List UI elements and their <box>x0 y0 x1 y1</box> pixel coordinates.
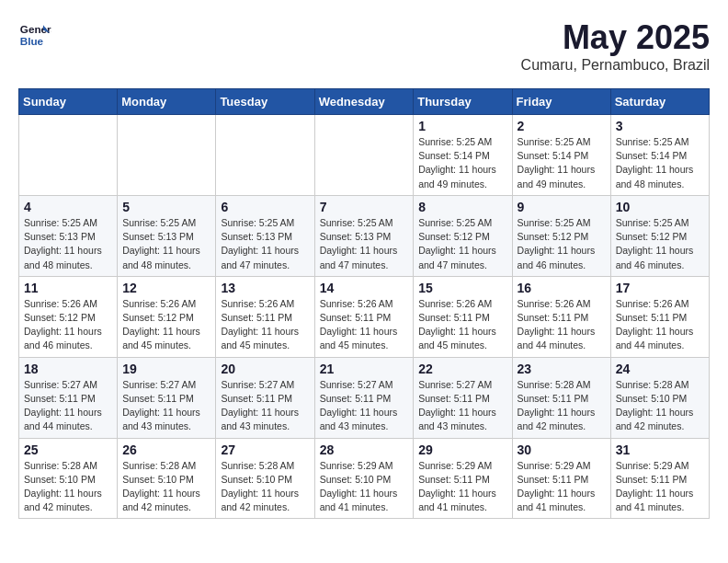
day-info: Sunrise: 5:29 AM Sunset: 5:10 PM Dayligh… <box>320 459 409 515</box>
logo: General Blue <box>18 18 51 52</box>
svg-text:Blue: Blue <box>20 35 44 47</box>
day-info: Sunrise: 5:26 AM Sunset: 5:11 PM Dayligh… <box>418 297 506 353</box>
day-info: Sunrise: 5:25 AM Sunset: 5:13 PM Dayligh… <box>320 216 409 272</box>
calendar-day-cell: 20Sunrise: 5:27 AM Sunset: 5:11 PM Dayli… <box>216 357 314 438</box>
day-of-week-header: Friday <box>512 89 610 115</box>
calendar-day-cell: 10Sunrise: 5:25 AM Sunset: 5:12 PM Dayli… <box>610 195 709 276</box>
calendar-day-cell: 31Sunrise: 5:29 AM Sunset: 5:11 PM Dayli… <box>610 438 709 519</box>
day-info: Sunrise: 5:28 AM Sunset: 5:10 PM Dayligh… <box>24 459 112 515</box>
day-number: 17 <box>616 281 704 295</box>
day-info: Sunrise: 5:25 AM Sunset: 5:13 PM Dayligh… <box>221 216 309 272</box>
svg-text:General: General <box>20 23 51 35</box>
calendar-day-cell: 25Sunrise: 5:28 AM Sunset: 5:10 PM Dayli… <box>19 438 118 519</box>
day-info: Sunrise: 5:29 AM Sunset: 5:11 PM Dayligh… <box>518 459 606 515</box>
day-info: Sunrise: 5:28 AM Sunset: 5:10 PM Dayligh… <box>616 378 704 434</box>
day-number: 10 <box>616 200 704 214</box>
calendar-day-cell: 8Sunrise: 5:25 AM Sunset: 5:12 PM Daylig… <box>414 195 512 276</box>
day-info: Sunrise: 5:29 AM Sunset: 5:11 PM Dayligh… <box>418 459 506 515</box>
day-number: 24 <box>616 362 704 376</box>
day-number: 15 <box>418 281 506 295</box>
calendar-day-cell: 16Sunrise: 5:26 AM Sunset: 5:11 PM Dayli… <box>512 276 610 357</box>
day-number: 9 <box>518 200 606 214</box>
day-number: 25 <box>24 442 112 457</box>
calendar-day-cell: 15Sunrise: 5:26 AM Sunset: 5:11 PM Dayli… <box>414 276 512 357</box>
calendar-table: SundayMondayTuesdayWednesdayThursdayFrid… <box>18 88 710 519</box>
day-info: Sunrise: 5:26 AM Sunset: 5:12 PM Dayligh… <box>122 297 210 353</box>
calendar-week-row: 18Sunrise: 5:27 AM Sunset: 5:11 PM Dayli… <box>19 357 710 438</box>
day-number: 11 <box>24 281 112 295</box>
day-info: Sunrise: 5:27 AM Sunset: 5:11 PM Dayligh… <box>24 378 112 434</box>
day-number: 14 <box>320 281 409 295</box>
calendar-day-cell: 12Sunrise: 5:26 AM Sunset: 5:12 PM Dayli… <box>118 276 216 357</box>
day-info: Sunrise: 5:27 AM Sunset: 5:11 PM Dayligh… <box>122 378 210 434</box>
day-number: 31 <box>616 442 704 457</box>
day-info: Sunrise: 5:26 AM Sunset: 5:12 PM Dayligh… <box>24 297 112 353</box>
calendar-day-cell: 18Sunrise: 5:27 AM Sunset: 5:11 PM Dayli… <box>19 357 118 438</box>
day-info: Sunrise: 5:28 AM Sunset: 5:10 PM Dayligh… <box>221 459 309 515</box>
day-info: Sunrise: 5:27 AM Sunset: 5:11 PM Dayligh… <box>221 378 309 434</box>
day-of-week-header: Saturday <box>610 89 709 115</box>
calendar-day-cell: 9Sunrise: 5:25 AM Sunset: 5:12 PM Daylig… <box>512 195 610 276</box>
calendar-day-cell: 11Sunrise: 5:26 AM Sunset: 5:12 PM Dayli… <box>19 276 118 357</box>
calendar-day-cell: 7Sunrise: 5:25 AM Sunset: 5:13 PM Daylig… <box>314 195 414 276</box>
calendar-day-cell: 19Sunrise: 5:27 AM Sunset: 5:11 PM Dayli… <box>118 357 216 438</box>
day-info: Sunrise: 5:25 AM Sunset: 5:12 PM Dayligh… <box>418 216 506 272</box>
day-info: Sunrise: 5:25 AM Sunset: 5:13 PM Dayligh… <box>122 216 210 272</box>
calendar-week-row: 1Sunrise: 5:25 AM Sunset: 5:14 PM Daylig… <box>19 115 710 196</box>
day-info: Sunrise: 5:25 AM Sunset: 5:14 PM Dayligh… <box>518 135 606 191</box>
day-info: Sunrise: 5:26 AM Sunset: 5:11 PM Dayligh… <box>221 297 309 353</box>
title-block: May 2025 Cumaru, Pernambuco, Brazil <box>521 18 710 74</box>
calendar-day-cell: 13Sunrise: 5:26 AM Sunset: 5:11 PM Dayli… <box>216 276 314 357</box>
calendar-day-cell: 17Sunrise: 5:26 AM Sunset: 5:11 PM Dayli… <box>610 276 709 357</box>
calendar-week-row: 25Sunrise: 5:28 AM Sunset: 5:10 PM Dayli… <box>19 438 710 519</box>
calendar-day-cell <box>216 115 314 196</box>
calendar-day-cell: 27Sunrise: 5:28 AM Sunset: 5:10 PM Dayli… <box>216 438 314 519</box>
day-number: 27 <box>221 442 309 457</box>
day-number: 20 <box>221 362 309 376</box>
calendar-day-cell: 2Sunrise: 5:25 AM Sunset: 5:14 PM Daylig… <box>512 115 610 196</box>
day-info: Sunrise: 5:28 AM Sunset: 5:10 PM Dayligh… <box>122 459 210 515</box>
calendar-week-row: 4Sunrise: 5:25 AM Sunset: 5:13 PM Daylig… <box>19 195 710 276</box>
calendar-week-row: 11Sunrise: 5:26 AM Sunset: 5:12 PM Dayli… <box>19 276 710 357</box>
day-info: Sunrise: 5:25 AM Sunset: 5:12 PM Dayligh… <box>616 216 704 272</box>
day-number: 18 <box>24 362 112 376</box>
calendar-day-cell: 28Sunrise: 5:29 AM Sunset: 5:10 PM Dayli… <box>314 438 414 519</box>
day-number: 19 <box>122 362 210 376</box>
day-info: Sunrise: 5:26 AM Sunset: 5:11 PM Dayligh… <box>518 297 606 353</box>
day-number: 3 <box>616 119 704 133</box>
day-info: Sunrise: 5:25 AM Sunset: 5:13 PM Dayligh… <box>24 216 112 272</box>
day-of-week-header: Tuesday <box>216 89 314 115</box>
day-info: Sunrise: 5:27 AM Sunset: 5:11 PM Dayligh… <box>418 378 506 434</box>
day-of-week-header: Wednesday <box>314 89 414 115</box>
calendar-day-cell <box>19 115 118 196</box>
day-number: 2 <box>518 119 606 133</box>
month-title: May 2025 <box>521 18 710 57</box>
day-number: 1 <box>418 119 506 133</box>
day-of-week-header: Thursday <box>414 89 512 115</box>
calendar-day-cell: 14Sunrise: 5:26 AM Sunset: 5:11 PM Dayli… <box>314 276 414 357</box>
day-number: 13 <box>221 281 309 295</box>
location-subtitle: Cumaru, Pernambuco, Brazil <box>521 57 710 74</box>
calendar-day-cell: 30Sunrise: 5:29 AM Sunset: 5:11 PM Dayli… <box>512 438 610 519</box>
day-of-week-header: Sunday <box>19 89 118 115</box>
day-number: 4 <box>24 200 112 214</box>
day-number: 12 <box>122 281 210 295</box>
calendar-day-cell: 21Sunrise: 5:27 AM Sunset: 5:11 PM Dayli… <box>314 357 414 438</box>
calendar-day-cell <box>118 115 216 196</box>
day-number: 8 <box>418 200 506 214</box>
day-number: 6 <box>221 200 309 214</box>
day-info: Sunrise: 5:25 AM Sunset: 5:12 PM Dayligh… <box>518 216 606 272</box>
calendar-header-row: SundayMondayTuesdayWednesdayThursdayFrid… <box>19 89 710 115</box>
page-header: General Blue May 2025 Cumaru, Pernambuco… <box>18 18 710 74</box>
calendar-day-cell: 24Sunrise: 5:28 AM Sunset: 5:10 PM Dayli… <box>610 357 709 438</box>
day-info: Sunrise: 5:26 AM Sunset: 5:11 PM Dayligh… <box>320 297 409 353</box>
day-number: 5 <box>122 200 210 214</box>
calendar-day-cell: 1Sunrise: 5:25 AM Sunset: 5:14 PM Daylig… <box>414 115 512 196</box>
day-info: Sunrise: 5:27 AM Sunset: 5:11 PM Dayligh… <box>320 378 409 434</box>
calendar-day-cell: 3Sunrise: 5:25 AM Sunset: 5:14 PM Daylig… <box>610 115 709 196</box>
day-number: 7 <box>320 200 409 214</box>
day-info: Sunrise: 5:25 AM Sunset: 5:14 PM Dayligh… <box>418 135 506 191</box>
calendar-day-cell: 26Sunrise: 5:28 AM Sunset: 5:10 PM Dayli… <box>118 438 216 519</box>
day-number: 21 <box>320 362 409 376</box>
day-number: 26 <box>122 442 210 457</box>
